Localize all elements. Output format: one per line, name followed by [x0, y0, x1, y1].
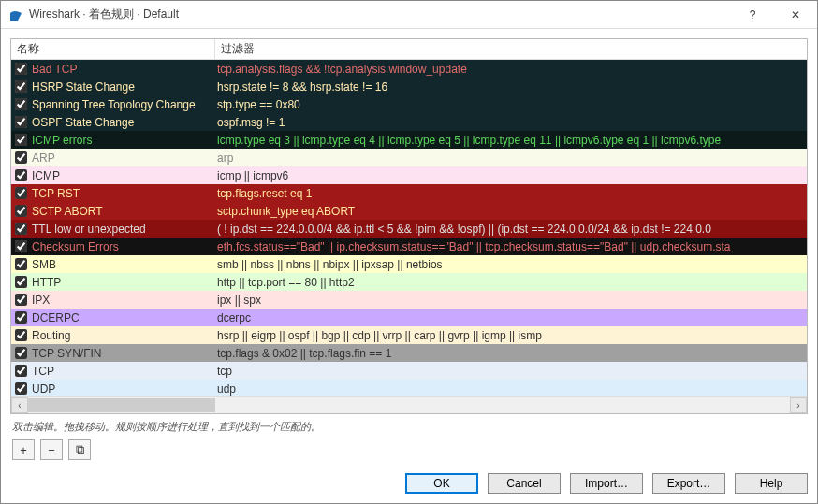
rule-filter[interactable]: ospf.msg != 1: [215, 116, 807, 129]
scroll-left-icon[interactable]: ‹: [11, 397, 28, 413]
rule-name[interactable]: TCP: [30, 365, 215, 378]
row-checkbox[interactable]: [15, 311, 27, 324]
cancel-button[interactable]: Cancel: [488, 473, 561, 494]
row-checkbox[interactable]: [15, 347, 27, 359]
rule-name[interactable]: UDP: [30, 382, 215, 396]
row-checkbox[interactable]: [15, 205, 27, 217]
rule-filter[interactable]: http || tcp.port == 80 || http2: [215, 276, 807, 289]
rule-filter[interactable]: tcp.flags.reset eq 1: [215, 187, 807, 200]
rule-name[interactable]: ICMP errors: [30, 134, 215, 147]
toolbar: + − ⧉: [10, 439, 808, 468]
row-checkbox[interactable]: [15, 169, 27, 181]
table-row[interactable]: UDPudp: [11, 380, 807, 396]
rule-name[interactable]: SMB: [30, 258, 215, 271]
rule-name[interactable]: Spanning Tree Topology Change: [30, 98, 215, 111]
row-checkbox[interactable]: [15, 276, 27, 288]
table-header: 名称 过滤器: [11, 39, 807, 60]
row-checkbox[interactable]: [15, 80, 27, 93]
wireshark-icon: [8, 7, 23, 22]
rule-name[interactable]: ARP: [30, 151, 215, 165]
horizontal-scrollbar[interactable]: ‹ ›: [11, 396, 807, 413]
row-checkbox[interactable]: [15, 98, 27, 110]
table-row[interactable]: Bad TCPtcp.analysis.flags && !tcp.analys…: [11, 60, 807, 78]
rule-filter[interactable]: stp.type == 0x80: [215, 98, 807, 111]
rule-name[interactable]: TCP RST: [30, 187, 215, 200]
table-row[interactable]: TCP RSTtcp.flags.reset eq 1: [11, 184, 807, 202]
rule-name[interactable]: TCP SYN/FIN: [30, 347, 215, 360]
rule-filter[interactable]: arp: [215, 151, 807, 165]
rule-filter[interactable]: ( ! ip.dst == 224.0.0.0/4 && ip.ttl < 5 …: [215, 223, 807, 236]
rule-name[interactable]: OSPF State Change: [30, 116, 215, 129]
close-button[interactable]: ✕: [774, 1, 817, 29]
scroll-right-icon[interactable]: ›: [790, 397, 807, 413]
row-checkbox[interactable]: [15, 382, 27, 395]
rule-filter[interactable]: udp: [215, 382, 807, 396]
rule-name[interactable]: Bad TCP: [30, 63, 215, 76]
rule-name[interactable]: TTL low or unexpected: [30, 223, 215, 236]
row-checkbox[interactable]: [15, 223, 27, 235]
table-row[interactable]: HTTPhttp || tcp.port == 80 || http2: [11, 273, 807, 291]
header-filter[interactable]: 过滤器: [215, 38, 807, 60]
table-row[interactable]: SMBsmb || nbss || nbns || nbipx || ipxsa…: [11, 255, 807, 273]
add-button[interactable]: +: [12, 439, 35, 460]
remove-button[interactable]: −: [40, 439, 63, 460]
rule-name[interactable]: DCERPC: [30, 311, 215, 324]
rule-filter[interactable]: tcp.flags & 0x02 || tcp.flags.fin == 1: [215, 347, 807, 360]
row-checkbox-wrap: [11, 294, 30, 306]
table-row[interactable]: Routinghsrp || eigrp || ospf || bgp || c…: [11, 326, 807, 344]
help-button-bottom[interactable]: Help: [735, 473, 808, 494]
ok-button[interactable]: OK: [405, 473, 478, 494]
scroll-thumb[interactable]: [28, 398, 215, 412]
rule-filter[interactable]: sctp.chunk_type eq ABORT: [215, 205, 807, 218]
row-checkbox-wrap: [11, 98, 30, 110]
row-checkbox[interactable]: [15, 134, 27, 146]
table-row[interactable]: TCPtcp: [11, 362, 807, 380]
row-checkbox[interactable]: [15, 329, 27, 341]
rule-name[interactable]: Checksum Errors: [30, 240, 215, 253]
row-checkbox[interactable]: [15, 365, 27, 377]
rule-filter[interactable]: ipx || spx: [215, 294, 807, 307]
rule-name[interactable]: Routing: [30, 329, 215, 342]
table-row[interactable]: OSPF State Changeospf.msg != 1: [11, 113, 807, 131]
table-row[interactable]: DCERPCdcerpc: [11, 309, 807, 326]
table-row[interactable]: IPXipx || spx: [11, 291, 807, 309]
row-checkbox[interactable]: [15, 187, 27, 199]
rule-name[interactable]: HSRP State Change: [30, 80, 215, 94]
rule-filter[interactable]: hsrp || eigrp || ospf || bgp || cdp || v…: [215, 329, 807, 342]
rules-table: 名称 过滤器 Bad TCPtcp.analysis.flags && !tcp…: [10, 38, 808, 414]
rule-filter[interactable]: dcerpc: [215, 311, 807, 324]
row-checkbox[interactable]: [15, 258, 27, 270]
table-row[interactable]: Checksum Errorseth.fcs.status=="Bad" || …: [11, 238, 807, 255]
table-row[interactable]: Spanning Tree Topology Changestp.type ==…: [11, 95, 807, 113]
header-name[interactable]: 名称: [11, 38, 215, 60]
rule-filter[interactable]: tcp.analysis.flags && !tcp.analysis.wind…: [215, 63, 807, 76]
table-row[interactable]: SCTP ABORTsctp.chunk_type eq ABORT: [11, 202, 807, 220]
rule-filter[interactable]: icmp.type eq 3 || icmp.type eq 4 || icmp…: [215, 134, 807, 147]
rule-filter[interactable]: smb || nbss || nbns || nbipx || ipxsap |…: [215, 258, 807, 271]
table-row[interactable]: ARParp: [11, 149, 807, 166]
row-checkbox[interactable]: [15, 63, 27, 75]
rule-name[interactable]: SCTP ABORT: [30, 205, 215, 218]
table-row[interactable]: ICMPicmp || icmpv6: [11, 166, 807, 184]
rule-filter[interactable]: tcp: [215, 365, 807, 378]
export-button[interactable]: Export…: [652, 473, 725, 494]
row-checkbox[interactable]: [15, 240, 27, 252]
table-row[interactable]: TCP SYN/FINtcp.flags & 0x02 || tcp.flags…: [11, 344, 807, 362]
rule-filter[interactable]: eth.fcs.status=="Bad" || ip.checksum.sta…: [215, 240, 807, 253]
row-checkbox[interactable]: [15, 151, 27, 164]
row-checkbox-wrap: [11, 223, 30, 235]
scroll-track[interactable]: [28, 397, 790, 413]
table-row[interactable]: ICMP errorsicmp.type eq 3 || icmp.type e…: [11, 131, 807, 149]
row-checkbox[interactable]: [15, 116, 27, 128]
rule-filter[interactable]: hsrp.state != 8 && hsrp.state != 16: [215, 80, 807, 94]
table-row[interactable]: HSRP State Changehsrp.state != 8 && hsrp…: [11, 78, 807, 95]
rule-filter[interactable]: icmp || icmpv6: [215, 169, 807, 182]
rule-name[interactable]: ICMP: [30, 169, 215, 182]
import-button[interactable]: Import…: [570, 473, 643, 494]
rule-name[interactable]: HTTP: [30, 276, 215, 289]
row-checkbox[interactable]: [15, 294, 27, 306]
copy-button[interactable]: ⧉: [68, 439, 91, 460]
rule-name[interactable]: IPX: [30, 294, 215, 307]
table-row[interactable]: TTL low or unexpected( ! ip.dst == 224.0…: [11, 220, 807, 238]
help-button[interactable]: ?: [731, 1, 774, 29]
